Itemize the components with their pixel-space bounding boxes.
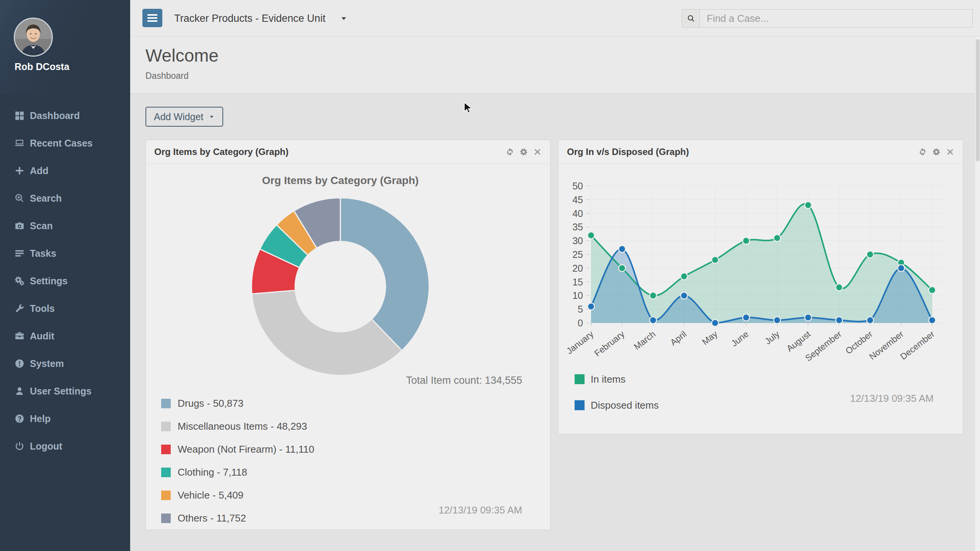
svg-text:February: February — [593, 329, 627, 358]
camera-icon — [15, 221, 24, 231]
search-input[interactable] — [699, 9, 973, 28]
widget-title: Org Items by Category (Graph) — [154, 147, 289, 157]
sidebar: Rob DCosta DashboardRecent CasesAddSearc… — [0, 0, 130, 551]
widget-row: Org Items by Category (Graph) Org Items … — [145, 140, 963, 530]
sidebar-item-tasks[interactable]: Tasks — [0, 240, 130, 267]
legend-swatch — [161, 491, 171, 500]
legend-label: Disposed items — [591, 399, 659, 411]
app-title-dropdown[interactable]: Tracker Products - Evidence Unit — [174, 0, 348, 37]
legend-label: Vehicle - 5,409 — [178, 489, 243, 501]
avatar[interactable] — [14, 18, 53, 57]
briefcase-icon — [15, 331, 24, 341]
widget-header: Org In v/s Disposed (Graph) — [559, 140, 963, 164]
chevron-down-icon — [209, 114, 215, 120]
svg-text:January: January — [565, 329, 596, 356]
sidebar-item-label: Tasks — [30, 248, 56, 259]
refresh-icon[interactable] — [918, 148, 927, 156]
sidebar-item-settings[interactable]: Settings — [0, 267, 130, 295]
svg-text:August: August — [785, 329, 813, 354]
legend-item: Vehicle - 5,409 — [161, 484, 314, 507]
gear-icon[interactable] — [519, 148, 528, 156]
app-root: Rob DCosta DashboardRecent CasesAddSearc… — [0, 0, 980, 551]
sidebar-item-label: Audit — [30, 331, 54, 342]
sidebar-item-label: Add — [30, 165, 49, 176]
alert-icon — [15, 359, 24, 368]
page-title: Welcome — [145, 37, 980, 66]
page-scrollbar[interactable] — [975, 37, 980, 551]
svg-text:0: 0 — [578, 318, 583, 328]
close-icon[interactable] — [946, 148, 954, 156]
widget-org-items-by-category: Org Items by Category (Graph) Org Items … — [145, 140, 550, 530]
svg-text:35: 35 — [572, 222, 583, 232]
main-area: Tracker Products - Evidence Unit Welcome… — [130, 0, 980, 551]
svg-text:April: April — [668, 329, 688, 347]
svg-text:July: July — [763, 329, 782, 346]
legend-label: Weapon (Not Firearm) - 11,110 — [178, 443, 314, 455]
svg-text:25: 25 — [572, 249, 583, 260]
dashboard-content: Add Widget Org Items by Category (Graph) — [130, 94, 980, 551]
line-chart-legend: In itemsDisposed items — [575, 372, 659, 424]
zoom-icon — [15, 193, 24, 203]
hamburger-menu-button[interactable] — [142, 9, 162, 27]
search-icon[interactable] — [682, 9, 699, 28]
svg-text:June: June — [729, 329, 750, 348]
avatar-photo — [15, 19, 52, 55]
legend-label: In items — [591, 373, 626, 385]
svg-text:5: 5 — [578, 304, 583, 315]
legend-item: Disposed items — [575, 398, 659, 412]
add-widget-button[interactable]: Add Widget — [145, 107, 223, 127]
sidebar-item-dashboard[interactable]: Dashboard — [0, 102, 130, 129]
case-search — [682, 9, 973, 28]
sidebar-item-scan[interactable]: Scan — [0, 212, 130, 240]
legend-label: Drugs - 50,873 — [178, 398, 243, 409]
sidebar-item-logout[interactable]: Logout — [0, 432, 130, 460]
widget-actions — [506, 148, 542, 156]
svg-text:15: 15 — [572, 277, 583, 287]
widget-timestamp: 12/13/19 09:35 AM — [439, 504, 522, 516]
sidebar-menu: DashboardRecent CasesAddSearchScanTasksS… — [0, 102, 130, 460]
list-icon — [15, 248, 24, 258]
line-chart[interactable]: 05101520253035404550JanuaryFebruaryMarch… — [559, 164, 963, 363]
plus-icon — [15, 166, 24, 176]
svg-text:45: 45 — [572, 194, 583, 205]
sidebar-item-label: Logout — [30, 441, 62, 452]
page-head: Welcome Dashboard — [130, 37, 980, 94]
sidebar-item-recent-cases[interactable]: Recent Cases — [0, 129, 130, 157]
legend-label: Others - 11,752 — [178, 512, 246, 524]
sidebar-header: Rob DCosta — [0, 0, 130, 94]
power-icon — [15, 441, 24, 451]
close-icon[interactable] — [533, 148, 542, 156]
sidebar-item-tools[interactable]: Tools — [0, 295, 130, 322]
laptop-icon — [15, 138, 24, 148]
svg-text:50: 50 — [572, 181, 583, 191]
legend-swatch — [161, 422, 171, 431]
gear-icon[interactable] — [932, 148, 941, 156]
sidebar-item-add[interactable]: Add — [0, 157, 130, 184]
topbar: Tracker Products - Evidence Unit — [130, 0, 980, 37]
sidebar-item-search[interactable]: Search — [0, 184, 130, 212]
donut-chart[interactable] — [250, 196, 431, 377]
sidebar-item-label: Recent Cases — [30, 138, 93, 149]
grid-icon — [15, 111, 24, 121]
widget-actions — [918, 148, 954, 156]
legend-swatch — [161, 468, 171, 477]
sidebar-item-label: User Settings — [30, 386, 91, 397]
sidebar-item-system[interactable]: System — [0, 350, 130, 377]
refresh-icon[interactable] — [506, 148, 514, 156]
user-icon — [15, 386, 24, 396]
sidebar-item-audit[interactable]: Audit — [0, 322, 130, 350]
scrollbar-thumb[interactable] — [976, 39, 980, 161]
sidebar-item-help[interactable]: Help — [0, 405, 130, 432]
svg-text:20: 20 — [572, 263, 583, 274]
donut-chart-legend: Drugs - 50,873Miscellaneous Items - 48,2… — [161, 392, 314, 530]
sidebar-item-user-settings[interactable]: User Settings — [0, 377, 130, 405]
gears-icon — [15, 276, 24, 286]
widget-header: Org Items by Category (Graph) — [146, 140, 550, 164]
widget-timestamp: 12/13/19 09:35 AM — [850, 393, 934, 404]
legend-swatch — [575, 400, 585, 410]
add-widget-label: Add Widget — [154, 111, 203, 122]
sidebar-item-label: Help — [30, 413, 51, 424]
svg-text:December: December — [898, 329, 936, 362]
user-name: Rob DCosta — [15, 61, 69, 72]
legend-item: Clothing - 7,118 — [161, 461, 314, 484]
